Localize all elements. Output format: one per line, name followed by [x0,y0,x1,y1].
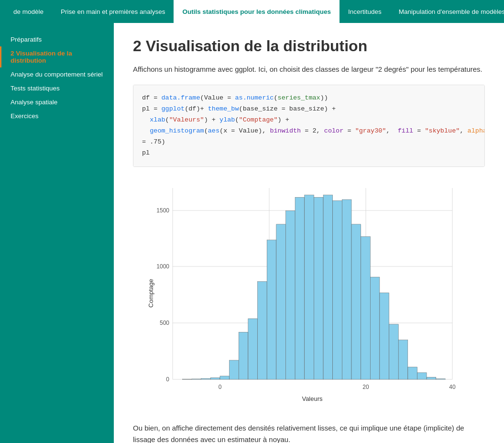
main-content: 2 Visualisation de la distribution Affic… [114,23,504,443]
code-block: df = data.frame(Value = as.numeric(serie… [133,85,485,167]
svg-text:1500: 1500 [156,207,169,214]
sidebar: Préparatifs 2 Visualisation de la distri… [0,23,114,443]
svg-rect-28 [370,277,380,379]
svg-rect-14 [239,332,248,379]
svg-text:40: 40 [449,384,456,390]
svg-rect-25 [342,199,351,379]
svg-rect-9 [192,379,201,379]
svg-rect-27 [361,236,371,379]
nav-item-outils[interactable]: Outils statistiques pour les données cli… [174,0,340,23]
sidebar-item-tests[interactable]: Tests statistiques [0,81,114,95]
svg-rect-32 [408,367,417,379]
svg-rect-35 [436,378,446,379]
svg-rect-17 [267,240,276,379]
histogram-chart: 0 500 1000 1500 0 20 40 Comptage Valeurs [146,178,471,408]
svg-rect-30 [389,324,399,379]
layout: Préparatifs 2 Visualisation de la distri… [0,23,504,443]
svg-text:1000: 1000 [156,263,169,270]
svg-rect-18 [276,224,286,379]
bottom-text: Ou bien, on affiche directement des dens… [133,422,485,443]
svg-rect-24 [333,200,342,379]
svg-rect-23 [323,195,333,379]
svg-text:0: 0 [166,376,169,383]
svg-rect-10 [201,378,211,379]
chart-container: 0 500 1000 1500 0 20 40 Comptage Valeurs [133,178,485,408]
sidebar-item-visualisation[interactable]: 2 Visualisation de la distribution [0,46,114,67]
svg-text:Comptage: Comptage [147,279,154,308]
svg-rect-16 [258,281,267,379]
svg-rect-22 [314,197,323,379]
svg-rect-26 [351,224,361,379]
sidebar-item-preparatifs[interactable]: Préparatifs [0,33,114,46]
svg-text:500: 500 [160,320,169,326]
nav-item-manipulation[interactable]: Manipulation d'ensemble de modèles [390,0,504,23]
svg-rect-21 [305,195,314,379]
page-title: 2 Visualisation de la distribution [133,37,485,55]
nav-item-incertitudes[interactable]: Incertitudes [340,0,390,23]
svg-rect-29 [380,293,389,379]
svg-rect-31 [398,340,408,379]
nav-item-prise[interactable]: Prise en main et premières analyses [52,0,174,23]
svg-rect-34 [427,377,436,379]
svg-rect-11 [210,377,220,379]
sidebar-item-spatiale[interactable]: Analyse spatiale [0,95,114,109]
nav-item-modele[interactable]: de modèle [5,0,52,23]
svg-rect-20 [295,197,305,379]
chart-wrap: 0 500 1000 1500 0 20 40 Comptage Valeurs [146,178,471,408]
svg-rect-8 [182,379,192,379]
svg-rect-15 [248,319,258,379]
svg-rect-13 [230,360,239,379]
svg-text:0: 0 [219,384,222,390]
svg-rect-33 [417,373,427,379]
svg-text:20: 20 [362,384,369,390]
description-text: Affichons un histogramme avec ggplot. Ic… [133,64,485,75]
svg-rect-12 [220,376,230,379]
sidebar-item-comportement[interactable]: Analyse du comportement sériel [0,67,114,81]
svg-rect-19 [286,210,296,379]
svg-text:Valeurs: Valeurs [302,395,323,402]
top-nav: de modèle Prise en main et premières ana… [0,0,504,23]
sidebar-item-exercices[interactable]: Exercices [0,109,114,123]
